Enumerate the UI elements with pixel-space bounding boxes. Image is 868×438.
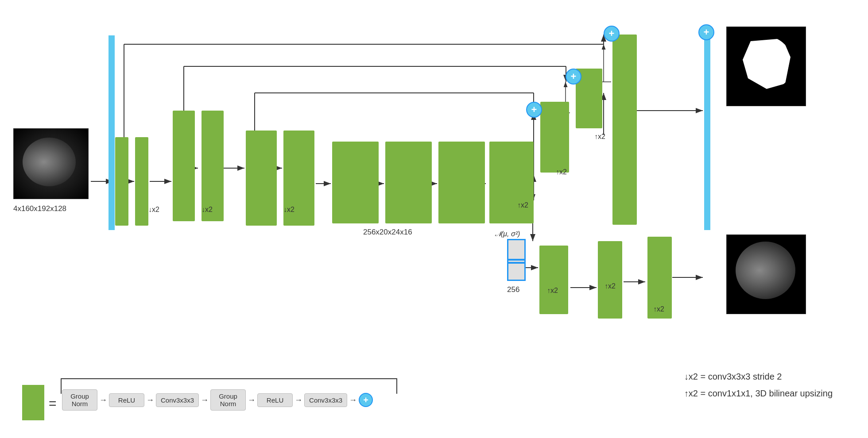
- circle-plus-2: +: [566, 69, 581, 85]
- circle-plus-top-right: +: [698, 24, 714, 40]
- legend-conv-2: Conv3x3x3: [304, 393, 347, 407]
- scale-up-bot-1: ↑x2: [547, 287, 558, 295]
- vae-block: [507, 239, 526, 281]
- normal-dist-label: 𝒩(μ, σ²): [495, 230, 520, 238]
- dec-block-bot-2: [598, 241, 622, 319]
- legend-equals: =: [49, 396, 57, 411]
- legend-group-norm-1: GroupNorm: [62, 389, 97, 411]
- enc-block-2a: [173, 111, 195, 221]
- input-label: 4x160x192x128: [13, 204, 66, 213]
- enc-block-4a: [332, 142, 379, 223]
- dec-block-3: [540, 102, 569, 173]
- legend-relu-2: ReLU: [257, 393, 293, 407]
- enc-block-2b: [202, 111, 224, 221]
- legend-relu-1: ReLU: [109, 393, 144, 407]
- enc-block-5b: [489, 142, 534, 223]
- legend-conv-1: Conv3x3x3: [156, 393, 199, 407]
- encoder-label: 256x20x24x16: [363, 228, 412, 237]
- scale-up-1: ↑x2: [517, 201, 528, 209]
- dec-block-bot-1: [539, 246, 568, 314]
- legend-arrow-3: →: [201, 396, 209, 405]
- diagram-container: 4x160x192x128 256x20x24x16 + + + + ↓x2 ↓…: [0, 0, 868, 438]
- enc-block-1b: [135, 137, 148, 226]
- output-mask-image: [726, 27, 806, 106]
- circle-plus-3: +: [526, 102, 542, 118]
- legend-flow: GroupNorm → ReLU → Conv3x3x3 → GroupNorm…: [62, 389, 373, 411]
- legend-arrow-4: →: [248, 396, 256, 405]
- legend-arrow-6: →: [349, 396, 357, 405]
- legend-green-box: [22, 385, 44, 420]
- dec-block-1: [612, 35, 637, 225]
- enc-block-1a: [115, 137, 128, 226]
- legend-container: = GroupNorm → ReLU → Conv3x3x3 → GroupNo…: [22, 376, 421, 434]
- right-legend-line-2: ↑x2 = conv1x1x1, 3D bilinear upsizing: [684, 388, 833, 399]
- legend-plus: +: [359, 393, 373, 407]
- enc-block-5a: [438, 142, 485, 223]
- enc-block-4b: [385, 142, 432, 223]
- legend-arrow-5: →: [294, 396, 302, 405]
- scale-up-2: ↑x2: [556, 168, 567, 176]
- input-image: [13, 128, 89, 199]
- scale-up-bot-3: ↑x2: [653, 305, 664, 313]
- legend-arrow-1: →: [99, 396, 107, 405]
- scale-down-1: ↓x2: [148, 206, 159, 214]
- scale-down-3: ↓x2: [283, 206, 294, 214]
- right-legend-line-1: ↓x2 = conv3x3x3 stride 2: [684, 372, 833, 382]
- scale-down-2: ↓x2: [202, 206, 213, 214]
- legend-arrow-2: →: [146, 396, 154, 405]
- output-brain-image: [726, 234, 806, 314]
- blue-bar-right: [704, 35, 710, 230]
- scale-up-bot-2: ↑x2: [604, 282, 616, 290]
- blue-bar-left: [108, 35, 115, 230]
- scale-up-3: ↑x2: [594, 133, 605, 141]
- right-legend: ↓x2 = conv3x3x3 stride 2 ↑x2 = conv1x1x1…: [684, 372, 833, 405]
- circle-plus-1: +: [604, 26, 620, 42]
- vae-number-label: 256: [507, 285, 519, 294]
- legend-group-norm-2: GroupNorm: [210, 389, 246, 411]
- enc-block-3a: [246, 131, 277, 226]
